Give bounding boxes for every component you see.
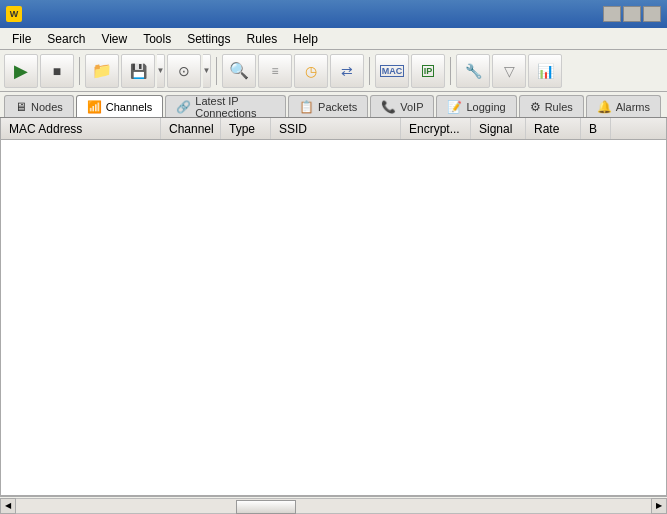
scrollbar-thumb[interactable] bbox=[236, 500, 296, 514]
column-header-channel[interactable]: Channel bbox=[161, 118, 221, 139]
menu-item-help[interactable]: Help bbox=[285, 28, 326, 49]
search-icon: 🔍 bbox=[229, 61, 249, 80]
menu-item-settings[interactable]: Settings bbox=[179, 28, 238, 49]
scrollbar-track[interactable] bbox=[16, 498, 651, 514]
stop-icon: ■ bbox=[53, 63, 61, 79]
tab-logging-icon: 📝 bbox=[447, 100, 462, 114]
filter-icon: ▽ bbox=[504, 63, 515, 79]
toolbar: ▶■📁💾▼⊙▼🔍≡◷⇄MACIP🔧▽📊 bbox=[0, 50, 667, 92]
toolbar-button-open[interactable]: 📁 bbox=[85, 54, 119, 88]
table-header: MAC AddressChannelTypeSSIDEncrypt...Sign… bbox=[1, 118, 666, 140]
toolbar-button-camera[interactable]: ⊙ bbox=[167, 54, 201, 88]
tab-rules-label: Rules bbox=[545, 101, 573, 113]
tab-latest-ip-icon: 🔗 bbox=[176, 100, 191, 114]
tab-channels-label: Channels bbox=[106, 101, 152, 113]
chart-icon: 📊 bbox=[537, 63, 554, 79]
scroll-right-button[interactable]: ▶ bbox=[651, 498, 667, 514]
tabs: 🖥Nodes📶Channels🔗Latest IP Connections📋Pa… bbox=[0, 92, 667, 118]
tab-voip-icon: 📞 bbox=[381, 100, 396, 114]
toolbar-separator-2 bbox=[79, 57, 80, 85]
tab-voip-label: VoIP bbox=[400, 101, 423, 113]
toolbar-button-ip-btn[interactable]: IP bbox=[411, 54, 445, 88]
scrollbar-area: ◀ ▶ bbox=[0, 496, 667, 514]
play-icon: ▶ bbox=[14, 60, 28, 82]
camera-icon: ⊙ bbox=[178, 63, 190, 79]
table-container: MAC AddressChannelTypeSSIDEncrypt...Sign… bbox=[0, 118, 667, 496]
menu-item-search[interactable]: Search bbox=[39, 28, 93, 49]
network-icon: ⇄ bbox=[341, 63, 353, 79]
open-icon: 📁 bbox=[92, 61, 112, 80]
toolbar-button-network[interactable]: ⇄ bbox=[330, 54, 364, 88]
tab-packets-icon: 📋 bbox=[299, 100, 314, 114]
minimize-button[interactable] bbox=[603, 6, 621, 22]
tab-channels-icon: 📶 bbox=[87, 100, 102, 114]
column-header-b[interactable]: B bbox=[581, 118, 611, 139]
menu-item-file[interactable]: File bbox=[4, 28, 39, 49]
column-header-mac-address[interactable]: MAC Address bbox=[1, 118, 161, 139]
title-bar-left: W bbox=[6, 6, 28, 22]
packet-icon: ≡ bbox=[271, 64, 278, 78]
toolbar-button-mac-btn[interactable]: MAC bbox=[375, 54, 409, 88]
menu-item-rules[interactable]: Rules bbox=[239, 28, 286, 49]
tab-rules-icon: ⚙ bbox=[530, 100, 541, 114]
toolbar-button-chart[interactable]: 📊 bbox=[528, 54, 562, 88]
toolbar-separator-11 bbox=[450, 57, 451, 85]
toolbar-button-stop[interactable]: ■ bbox=[40, 54, 74, 88]
table-body bbox=[1, 140, 666, 450]
tab-channels[interactable]: 📶Channels bbox=[76, 95, 163, 117]
toolbar-separator-5 bbox=[216, 57, 217, 85]
toolbar-dropdown-save[interactable]: ▼ bbox=[157, 54, 165, 88]
tab-nodes[interactable]: 🖥Nodes bbox=[4, 95, 74, 117]
column-header-encrypt[interactable]: Encrypt... bbox=[401, 118, 471, 139]
tab-nodes-label: Nodes bbox=[31, 101, 63, 113]
menu-item-tools[interactable]: Tools bbox=[135, 28, 179, 49]
tab-latest-ip-label: Latest IP Connections bbox=[195, 95, 275, 119]
tab-packets-label: Packets bbox=[318, 101, 357, 113]
menu-bar: FileSearchViewToolsSettingsRulesHelp bbox=[0, 28, 667, 50]
menu-item-view[interactable]: View bbox=[93, 28, 135, 49]
tab-logging-label: Logging bbox=[466, 101, 505, 113]
clock-icon: ◷ bbox=[305, 63, 317, 79]
tab-packets[interactable]: 📋Packets bbox=[288, 95, 368, 117]
title-bar: W bbox=[0, 0, 667, 28]
tab-voip[interactable]: 📞VoIP bbox=[370, 95, 434, 117]
column-header-signal[interactable]: Signal bbox=[471, 118, 526, 139]
tab-alarms-icon: 🔔 bbox=[597, 100, 612, 114]
ip-btn-icon: IP bbox=[422, 65, 435, 77]
toolbar-button-packet[interactable]: ≡ bbox=[258, 54, 292, 88]
column-header-type[interactable]: Type bbox=[221, 118, 271, 139]
column-header-rate[interactable]: Rate bbox=[526, 118, 581, 139]
scroll-left-button[interactable]: ◀ bbox=[0, 498, 16, 514]
toolbar-button-search[interactable]: 🔍 bbox=[222, 54, 256, 88]
toolbar-button-clock[interactable]: ◷ bbox=[294, 54, 328, 88]
app-icon: W bbox=[6, 6, 22, 22]
toolbar-button-filter[interactable]: ▽ bbox=[492, 54, 526, 88]
tab-alarms-label: Alarms bbox=[616, 101, 650, 113]
toolbar-button-wrench[interactable]: 🔧 bbox=[456, 54, 490, 88]
toolbar-button-save[interactable]: 💾 bbox=[121, 54, 155, 88]
tab-logging[interactable]: 📝Logging bbox=[436, 95, 516, 117]
tab-latest-ip[interactable]: 🔗Latest IP Connections bbox=[165, 95, 286, 117]
toolbar-button-play[interactable]: ▶ bbox=[4, 54, 38, 88]
maximize-button[interactable] bbox=[623, 6, 641, 22]
mac-btn-icon: MAC bbox=[380, 65, 405, 77]
title-buttons bbox=[603, 6, 661, 22]
close-button[interactable] bbox=[643, 6, 661, 22]
tab-alarms[interactable]: 🔔Alarms bbox=[586, 95, 661, 117]
tab-nodes-icon: 🖥 bbox=[15, 100, 27, 114]
wrench-icon: 🔧 bbox=[465, 63, 482, 79]
toolbar-dropdown-camera[interactable]: ▼ bbox=[203, 54, 211, 88]
main-content: 🖥Nodes📶Channels🔗Latest IP Connections📋Pa… bbox=[0, 92, 667, 514]
tab-rules[interactable]: ⚙Rules bbox=[519, 95, 584, 117]
save-icon: 💾 bbox=[130, 63, 147, 79]
content-area: MAC AddressChannelTypeSSIDEncrypt...Sign… bbox=[0, 118, 667, 514]
column-header-ssid[interactable]: SSID bbox=[271, 118, 401, 139]
toolbar-separator-9 bbox=[369, 57, 370, 85]
